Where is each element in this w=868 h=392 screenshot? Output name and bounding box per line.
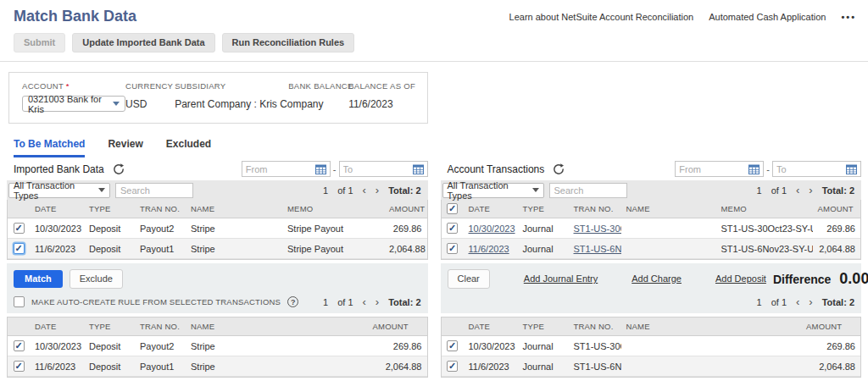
transaction-type-select[interactable]: All Transaction Types [442, 183, 544, 198]
table-header-row: DATE TYPE TRAN NO. NAME AMOUNT [8, 317, 427, 336]
row-checkbox[interactable] [447, 243, 458, 254]
date-to-field[interactable] [772, 161, 861, 177]
table-row: 10/30/2023 Deposit Payout2 Stripe 269.86 [8, 336, 427, 356]
currency-value: USD [125, 98, 175, 110]
pagination: 1 of 1 ‹ › Total: 2 [757, 297, 854, 307]
table-row: 11/6/2023 Deposit Payout1 Stripe 2,064.8… [8, 356, 427, 377]
difference: Difference 0.00 [773, 270, 868, 288]
action-band: Match Exclude MAKE AUTO-CREATE RULE FROM… [0, 263, 868, 313]
table-row: 11/6/2023 Journal ST1-US-6No... 2,064.88 [442, 356, 861, 377]
subsidiary-field: SUBSIDIARY Parent Company : Kris Company [175, 81, 288, 112]
run-reconciliation-rules-button[interactable]: Run Reconciliation Rules [222, 33, 355, 52]
toolbar-divider [0, 61, 868, 62]
add-charge-link[interactable]: Add Charge [632, 273, 682, 284]
balance-as-of-value: 11/6/2023 [348, 98, 415, 110]
bank-balance-label: BANK BALANCE [288, 81, 348, 91]
search-input[interactable] [115, 183, 193, 198]
chevron-down-icon [532, 188, 539, 192]
add-journal-entry-link[interactable]: Add Journal Entry [524, 273, 598, 284]
exclude-button[interactable]: Exclude [70, 269, 123, 289]
transaction-type-select[interactable]: All Transaction Types [8, 183, 110, 198]
next-page-icon[interactable]: › [376, 185, 379, 195]
help-icon[interactable]: ? [287, 296, 298, 307]
currency-label: CURRENCY [125, 81, 175, 91]
tab-excluded[interactable]: Excluded [166, 138, 211, 157]
date-range-dash: - [333, 164, 337, 174]
auto-create-rule-checkbox[interactable] [14, 296, 25, 307]
auto-create-rule-label: MAKE AUTO-CREATE RULE FROM SELECTED TRAN… [31, 297, 281, 306]
search-input[interactable] [549, 183, 627, 198]
selected-bank-data-table: DATE TYPE TRAN NO. NAME AMOUNT 10/30/202… [8, 317, 427, 377]
total-count: Total: 2 [388, 297, 420, 307]
prev-page-icon[interactable]: ‹ [796, 297, 799, 306]
date-from-field[interactable] [242, 161, 331, 177]
date-link[interactable]: 10/30/2023 [469, 224, 515, 234]
tab-bar: To Be Matched Review Excluded [0, 124, 868, 157]
selected-transactions-table: DATE TYPE TRAN NO. NAME AMOUNT 10/30/202… [442, 317, 861, 377]
add-deposit-link[interactable]: Add Deposit [715, 273, 766, 284]
calendar-icon[interactable] [846, 164, 857, 174]
tran-no-link[interactable]: ST1-US-6No... [574, 244, 621, 254]
calendar-icon[interactable] [748, 164, 760, 174]
chevron-down-icon [113, 102, 120, 106]
clear-button[interactable]: Clear [448, 269, 490, 289]
topbar: Match Bank Data Learn about NetSuite Acc… [0, 0, 868, 25]
imported-bank-data-table: DATE TYPE TRAN NO. NAME MEMO AMOUNT 10/3… [8, 200, 427, 259]
next-page-icon[interactable]: › [809, 297, 812, 306]
tab-to-be-matched[interactable]: To Be Matched [14, 138, 85, 157]
learn-link[interactable]: Learn about NetSuite Account Reconciliat… [509, 12, 694, 22]
select-all-checkbox[interactable] [447, 203, 458, 214]
submit-button[interactable]: Submit [14, 33, 65, 52]
bottom-panels: DATE TYPE TRAN NO. NAME AMOUNT 10/30/202… [0, 317, 868, 378]
row-checkbox[interactable] [14, 243, 25, 254]
refresh-icon[interactable] [113, 163, 125, 175]
row-checkbox[interactable] [14, 340, 25, 351]
balance-as-of-field: BALANCE AS OF 11/6/2023 [348, 81, 415, 112]
automated-cash-application-link[interactable]: Automated Cash Application [709, 12, 826, 22]
tab-review[interactable]: Review [108, 138, 142, 157]
difference-value: 0.00 [839, 270, 868, 288]
next-page-icon[interactable]: › [376, 297, 379, 306]
calendar-icon[interactable] [413, 164, 424, 174]
selected-bank-data-panel: DATE TYPE TRAN NO. NAME AMOUNT 10/30/202… [7, 317, 428, 378]
row-checkbox[interactable] [447, 340, 458, 351]
date-to-field[interactable] [339, 161, 428, 177]
page-of: of 1 [337, 185, 353, 196]
page-of: of 1 [771, 185, 787, 196]
account-select[interactable]: 0321003 Bank for Kris [22, 96, 125, 112]
date-from-input[interactable] [246, 164, 314, 174]
required-asterisk: * [66, 81, 70, 91]
account-field: ACCOUNT * 0321003 Bank for Kris [22, 81, 125, 112]
prev-page-icon[interactable]: ‹ [796, 185, 799, 195]
balance-as-of-label: BALANCE AS OF [348, 81, 415, 91]
date-from-field[interactable] [675, 161, 764, 177]
date-to-input[interactable] [776, 164, 844, 174]
account-transactions-panel: Account Transactions - [441, 157, 862, 260]
prev-page-icon[interactable]: ‹ [363, 185, 366, 195]
pagination: 1 of 1 ‹ › Total: 2 [323, 297, 420, 307]
row-checkbox[interactable] [14, 361, 25, 372]
row-checkbox[interactable] [14, 223, 25, 234]
update-imported-bank-data-button[interactable]: Update Imported Bank Data [72, 33, 214, 52]
table-header-row: DATE TYPE TRAN NO. NAME MEMO AMOUNT [8, 200, 427, 218]
difference-label: Difference [773, 273, 831, 286]
refresh-icon[interactable] [553, 163, 565, 175]
prev-page-icon[interactable]: ‹ [363, 297, 366, 306]
bank-balance-field: BANK BALANCE [288, 81, 348, 112]
top-panels: Imported Bank Data - [0, 157, 868, 260]
date-link[interactable]: 11/6/2023 [469, 244, 509, 254]
more-menu-icon[interactable]: ••• [841, 12, 856, 22]
tran-no-link[interactable]: ST1-US-30O... [574, 224, 621, 234]
toolbar: Submit Update Imported Bank Data Run Rec… [0, 25, 868, 61]
account-select-value: 0321003 Bank for Kris [28, 94, 113, 114]
table-row: 10/30/2023 Journal ST1-US-30O... ST1-US-… [442, 218, 861, 239]
row-checkbox[interactable] [447, 361, 458, 372]
page-number: 1 [323, 185, 328, 196]
date-to-input[interactable] [343, 164, 411, 174]
next-page-icon[interactable]: › [809, 185, 812, 195]
selected-transactions-panel: DATE TYPE TRAN NO. NAME AMOUNT 10/30/202… [441, 317, 862, 378]
row-checkbox[interactable] [447, 223, 458, 234]
date-from-input[interactable] [679, 164, 747, 174]
match-button[interactable]: Match [14, 270, 63, 288]
calendar-icon[interactable] [315, 164, 326, 174]
